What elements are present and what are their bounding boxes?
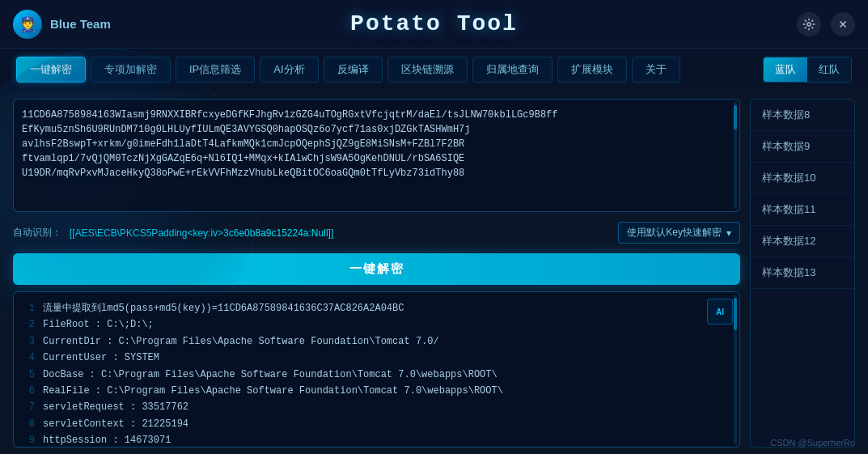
nav-bar: 一键解密 专项加解密 IP信息筛选 AI分析 反编译 区块链溯源 归属地查询 扩… bbox=[0, 49, 868, 91]
title-bar: 👮 Blue Team Potato Tool bbox=[0, 0, 868, 49]
title-bar-left: 👮 Blue Team bbox=[13, 10, 111, 39]
sample-item-11[interactable]: 样本数据11 bbox=[751, 194, 854, 226]
tab-ip-filter[interactable]: IP信息筛选 bbox=[176, 57, 255, 83]
tab-one-click-decrypt[interactable]: 一键解密 bbox=[16, 57, 86, 83]
input-scroll-thumb[interactable] bbox=[734, 105, 737, 129]
sample-item-8[interactable]: 样本数据8 bbox=[751, 100, 854, 131]
main-content: 11CD6A8758984163WIasmj9RNXXIBRfcxyeDGfKF… bbox=[0, 91, 868, 454]
key-select-dropdown[interactable]: 使用默认Key快速解密 ▾ bbox=[618, 222, 740, 244]
output-area: 1 流量中提取到lmd5(pass+md5(key))=11CD6A875898… bbox=[13, 291, 740, 448]
input-area: 11CD6A8758984163WIasmj9RNXXIBRfcxyeDGfKF… bbox=[13, 99, 740, 212]
ai-badge: AI bbox=[707, 299, 733, 325]
blue-team-button[interactable]: 蓝队 bbox=[764, 57, 807, 82]
sample-panel: 样本数据8 样本数据9 样本数据10 样本数据11 样本数据12 样本数据13 bbox=[750, 99, 855, 448]
left-panel: 11CD6A8758984163WIasmj9RNXXIBRfcxyeDGfKF… bbox=[13, 99, 740, 448]
tab-extend[interactable]: 扩展模块 bbox=[557, 57, 627, 83]
red-team-button[interactable]: 红队 bbox=[807, 57, 851, 82]
logo-emoji: 👮 bbox=[19, 15, 36, 33]
output-line-8: 8 servletContext : 21225194 bbox=[25, 416, 728, 432]
svg-point-0 bbox=[807, 23, 811, 26]
app-logo: 👮 bbox=[13, 10, 42, 39]
dropdown-icon: ▾ bbox=[726, 227, 731, 239]
title-bar-right bbox=[797, 12, 855, 36]
sample-item-9[interactable]: 样本数据9 bbox=[751, 131, 854, 163]
output-line-6: 6 RealFile : C:\Program Files\Apache Sof… bbox=[25, 383, 728, 399]
key-select-label: 使用默认Key快速解密 bbox=[627, 226, 722, 240]
team-toggle: 蓝队 红队 bbox=[763, 57, 852, 83]
decrypt-button[interactable]: 一键解密 bbox=[13, 253, 740, 285]
output-line-2: 2 FileRoot : C:\;D:\; bbox=[25, 316, 728, 333]
cipher-input[interactable]: 11CD6A8758984163WIasmj9RNXXIBRfcxyeDGfKF… bbox=[22, 108, 731, 203]
output-scroll-track bbox=[734, 295, 737, 444]
tab-decompile[interactable]: 反编译 bbox=[324, 57, 383, 83]
detect-value: [[AES\ECB\PKCS5Padding<key:iv>3c6e0b8a9c… bbox=[70, 227, 610, 239]
footer-text: CSDN @SuperherRo bbox=[770, 438, 855, 448]
output-line-7: 7 servletRequest : 33517762 bbox=[25, 399, 728, 415]
tab-attribution[interactable]: 归属地查询 bbox=[472, 57, 553, 83]
tab-ai-analysis[interactable]: AI分析 bbox=[260, 57, 318, 83]
detect-row: 自动识别： [[AES\ECB\PKCS5Padding<key:iv>3c6e… bbox=[13, 219, 740, 247]
sample-item-10[interactable]: 样本数据10 bbox=[751, 163, 854, 194]
sample-item-13[interactable]: 样本数据13 bbox=[751, 257, 854, 289]
tab-blockchain[interactable]: 区块链溯源 bbox=[387, 57, 468, 83]
tab-special-decrypt[interactable]: 专项加解密 bbox=[91, 57, 171, 83]
output-lines: 1 流量中提取到lmd5(pass+md5(key))=11CD6A875898… bbox=[25, 300, 728, 448]
output-line-9: 9 httpSession : 14673071 bbox=[25, 432, 728, 448]
sample-item-12[interactable]: 样本数据12 bbox=[751, 226, 854, 257]
detect-label: 自动识别： bbox=[13, 226, 61, 240]
output-scroll-thumb[interactable] bbox=[734, 298, 737, 330]
input-scroll-track bbox=[734, 102, 737, 209]
output-line-3: 3 CurrentDir : C:\Program Files\Apache S… bbox=[25, 333, 728, 350]
settings-button[interactable] bbox=[797, 12, 821, 36]
output-line-1: 1 流量中提取到lmd5(pass+md5(key))=11CD6A875898… bbox=[25, 300, 728, 316]
tab-about[interactable]: 关于 bbox=[632, 57, 680, 83]
app-title: Blue Team bbox=[50, 17, 111, 31]
main-title: Potato Tool bbox=[350, 11, 518, 36]
title-bar-center: Potato Tool bbox=[350, 11, 518, 36]
output-line-5: 5 DocBase : C:\Program Files\Apache Soft… bbox=[25, 367, 728, 383]
output-line-4: 4 CurrentUser : SYSTEM bbox=[25, 350, 728, 366]
close-button[interactable] bbox=[831, 12, 855, 36]
